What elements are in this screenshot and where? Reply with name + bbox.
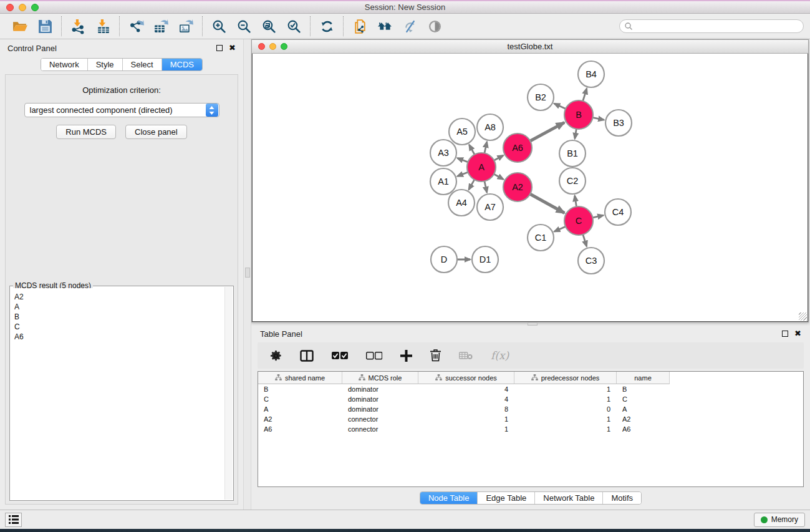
zoom-in-button[interactable] [206,15,231,37]
resize-grip-icon[interactable] [799,312,807,321]
graph-node-A7[interactable]: A7 [477,194,503,220]
result-list-item[interactable]: C [11,322,233,332]
tab-select[interactable]: Select [122,59,162,70]
tab-edge-table[interactable]: Edge Table [477,492,534,504]
table-row[interactable]: Cdominator41C [258,394,803,404]
graph-node-A[interactable]: A [467,153,496,181]
import-table-button[interactable] [90,15,115,37]
export-network-button[interactable] [123,15,148,37]
graph-node-B4[interactable]: B4 [578,61,604,87]
save-session-button[interactable] [32,15,57,37]
graph-node-A8[interactable]: A8 [477,114,503,140]
delete-columns-button[interactable] [430,349,441,362]
tab-style[interactable]: Style [87,59,122,70]
table-cell[interactable]: 1 [418,414,514,424]
graph-node-B1[interactable]: B1 [559,140,586,167]
column-header-mcds-role[interactable]: MCDS role [342,372,418,384]
graph-node-B2[interactable]: B2 [528,84,554,110]
table-cell[interactable]: connector [342,424,418,434]
memory-button[interactable]: Memory [754,513,805,527]
graph-node-D1[interactable]: D1 [472,246,498,273]
column-header-predecessor-nodes[interactable]: predecessor nodes [514,372,617,384]
table-cell[interactable]: 1 [514,394,617,404]
create-column-button[interactable] [400,350,412,362]
table-row[interactable]: Bdominator41B [258,384,803,394]
zoom-selected-button[interactable] [281,15,306,37]
zoom-out-button[interactable] [231,15,256,37]
graph-node-A3[interactable]: A3 [430,140,456,166]
horizontal-split-divider[interactable] [251,322,810,326]
table-row[interactable]: Adominator80A [258,404,803,414]
table-cell[interactable]: 4 [418,394,514,404]
table-cell[interactable]: A [617,404,670,414]
column-header-successor-nodes[interactable]: successor nodes [418,372,514,384]
show-graphics-details-button[interactable] [422,15,447,37]
search-input[interactable] [619,19,804,33]
export-table-button[interactable] [148,15,173,37]
tab-network[interactable]: Network [41,59,87,70]
table-cell[interactable]: A6 [258,424,342,434]
close-panel-icon[interactable]: ✖ [794,331,801,337]
graph-node-B[interactable]: B [564,100,593,129]
refresh-button[interactable] [314,15,339,37]
node-table[interactable]: shared nameMCDS rolesuccessor nodesprede… [258,371,804,487]
column-header-name[interactable]: name [617,372,670,384]
split-handle[interactable] [245,268,250,278]
result-scrollbar[interactable] [224,287,233,500]
table-row[interactable]: A6connector11A6 [258,424,803,434]
table-cell[interactable]: C [617,394,670,404]
hide-graphics-details-button[interactable] [397,15,422,37]
table-row[interactable]: A2connector11A2 [258,414,803,424]
table-cell[interactable]: 1 [514,424,617,434]
network-canvas[interactable]: AA1A2A3A4A5A6A7A8BB1B2B3B4CC1C2C3C4DD1 [252,54,808,322]
table-cell[interactable]: 1 [418,424,514,434]
graph-node-A6[interactable]: A6 [503,133,532,162]
result-list-item[interactable]: A6 [11,332,233,342]
vertical-split-divider[interactable] [243,39,251,510]
close-panel-button[interactable]: Close panel [125,125,187,139]
import-network-button[interactable] [65,15,90,37]
graph-node-A2[interactable]: A2 [503,173,532,201]
run-mcds-button[interactable]: Run MCDS [56,125,116,139]
close-panel-icon[interactable]: ✖ [229,45,236,51]
float-panel-icon[interactable] [216,45,223,51]
criterion-dropdown[interactable]: largest connected component (directed) [24,103,219,117]
table-cell[interactable]: 1 [514,414,617,424]
table-cell[interactable]: 1 [514,384,617,394]
tab-motifs[interactable]: Motifs [602,492,641,504]
open-file-button[interactable] [7,15,32,37]
tab-network-table[interactable]: Network Table [534,492,602,504]
zoom-fit-button[interactable] [256,15,281,37]
graph-node-C[interactable]: C [564,206,593,235]
function-builder-button[interactable]: f(x) [491,349,509,362]
table-cell[interactable]: 0 [514,404,617,414]
table-cell[interactable]: B [617,384,670,394]
table-cell[interactable]: B [258,384,342,394]
graph-node-B3[interactable]: B3 [605,110,632,136]
show-columns-button[interactable] [300,350,314,362]
tab-mcds[interactable]: MCDS [162,59,202,70]
result-list-item[interactable]: B [11,312,233,322]
table-cell[interactable]: A2 [617,414,670,424]
open-network-from-ndex-button[interactable] [372,15,397,37]
mcds-result-list[interactable]: A2ABCA6 [11,288,233,500]
table-cell[interactable]: 4 [418,384,514,394]
graph-node-A4[interactable]: A4 [448,190,475,216]
table-cell[interactable]: A2 [258,414,342,424]
show-task-history-button[interactable] [5,513,22,527]
delete-table-button[interactable] [459,351,473,360]
table-cell[interactable]: dominator [342,384,418,394]
deselect-all-button[interactable] [366,352,382,360]
table-cell[interactable]: dominator [342,394,418,404]
graph-node-A1[interactable]: A1 [430,168,456,195]
float-panel-icon[interactable] [782,331,788,337]
select-all-button[interactable] [332,352,348,360]
graph-node-C4[interactable]: C4 [605,199,631,225]
graph-node-C1[interactable]: C1 [528,225,554,251]
table-cell[interactable]: C [258,394,342,404]
table-cell[interactable]: A [258,404,342,414]
graph-node-C3[interactable]: C3 [578,248,604,274]
clone-network-button[interactable] [347,15,372,37]
result-list-item[interactable]: A [11,302,233,312]
graph-node-C2[interactable]: C2 [559,168,586,194]
